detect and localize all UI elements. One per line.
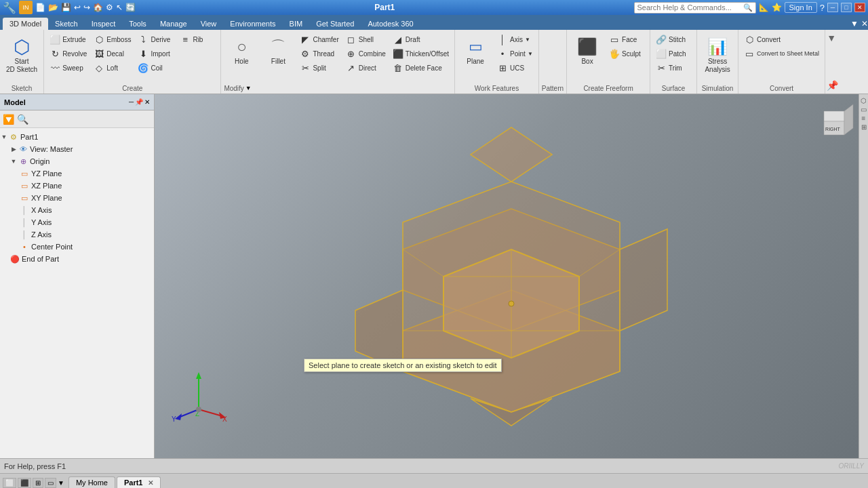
close-ribbon-icon[interactable]: ✕ bbox=[861, 19, 868, 28]
start-2d-sketch-button[interactable]: ⬡ Start2D Sketch bbox=[3, 33, 41, 77]
direct-button[interactable]: ↗ Direct bbox=[343, 61, 389, 75]
snap-icon[interactable]: 📐 bbox=[759, 3, 769, 12]
view-option-1-icon[interactable]: ⬡ bbox=[861, 97, 867, 104]
patch-button[interactable]: ⬜ Patch bbox=[653, 47, 694, 60]
tree-item-xy-plane[interactable]: ▭ XY Plane bbox=[0, 192, 154, 204]
view-btn-2[interactable]: ⬛ bbox=[18, 478, 31, 488]
tab-my-home[interactable]: My Home bbox=[68, 476, 115, 488]
split-button[interactable]: ✂ Split bbox=[297, 61, 341, 75]
home-icon[interactable]: 🏠 bbox=[93, 3, 103, 12]
search-tree-icon[interactable]: 🔍 bbox=[17, 114, 28, 125]
view-btn-1[interactable]: ⬜ bbox=[3, 478, 16, 488]
expand-view-master-icon[interactable]: ▶ bbox=[9, 146, 18, 152]
tab-environments[interactable]: Environments bbox=[223, 18, 282, 30]
tree-item-origin[interactable]: ▼ ⊕ Origin bbox=[0, 155, 154, 167]
tab-bim[interactable]: BIM bbox=[283, 18, 310, 30]
tree-item-center-point[interactable]: • Center Point bbox=[0, 241, 154, 253]
tab-autodesk-360[interactable]: Autodesk 360 bbox=[361, 18, 420, 30]
point-button[interactable]: • Point ▼ bbox=[494, 47, 536, 60]
panel-close-icon[interactable]: ✕ bbox=[144, 98, 150, 106]
face-button[interactable]: ▭ Face bbox=[606, 33, 647, 46]
tree-item-end-of-part[interactable]: 🔴 End of Part bbox=[0, 253, 154, 265]
view-option-2-icon[interactable]: ▭ bbox=[861, 106, 867, 113]
tree-item-view-master[interactable]: ▶ 👁 View: Master bbox=[0, 143, 154, 155]
tab-get-started[interactable]: Get Started bbox=[309, 18, 361, 30]
combine-button[interactable]: ⊕ Combine bbox=[343, 47, 389, 60]
convert-sheet-metal-button[interactable]: ▭ Convert to Sheet Metal bbox=[741, 47, 822, 60]
view-option-4-icon[interactable]: ⊞ bbox=[861, 123, 867, 131]
ucs-button[interactable]: ⊞ UCS bbox=[494, 61, 536, 75]
thread-button[interactable]: ⚙ Thread bbox=[297, 47, 341, 60]
panel-pin-icon[interactable]: 📌 bbox=[135, 98, 143, 106]
modify-dropdown-icon[interactable]: ▼ bbox=[245, 85, 252, 92]
tab-sketch[interactable]: Sketch bbox=[48, 18, 85, 30]
tree-item-y-axis[interactable]: │ Y Axis bbox=[0, 216, 154, 228]
tab-3d-model[interactable]: 3D Model bbox=[3, 18, 48, 30]
box-button[interactable]: ⬛ Box bbox=[570, 33, 605, 68]
ribbon-expand-icon[interactable]: ▼ bbox=[827, 33, 838, 43]
minimize-button[interactable]: ─ bbox=[827, 3, 838, 12]
view-btn-4[interactable]: ▭ bbox=[45, 478, 56, 488]
search-bar[interactable]: 🔍 bbox=[634, 2, 756, 14]
plane-button[interactable]: ▭ Plane bbox=[458, 33, 493, 68]
loft-button[interactable]: ◇ Loft bbox=[91, 61, 134, 75]
tree-item-part1[interactable]: ▼ ⚙ Part1 bbox=[0, 131, 154, 143]
delete-face-button[interactable]: 🗑 Delete Face bbox=[390, 61, 452, 75]
trim-button[interactable]: ✂ Trim bbox=[653, 61, 694, 75]
tab-manage[interactable]: Manage bbox=[153, 18, 194, 30]
nav-cube[interactable]: RIGHT bbox=[814, 101, 854, 142]
tab-tools[interactable]: Tools bbox=[122, 18, 153, 30]
viewport[interactable]: Select plane to create sketch or an exis… bbox=[155, 94, 868, 458]
redo-icon[interactable]: ↪ bbox=[83, 3, 90, 12]
tab-view[interactable]: View bbox=[194, 18, 224, 30]
open-icon[interactable]: 📂 bbox=[48, 3, 58, 12]
search-input[interactable] bbox=[637, 3, 743, 12]
save-icon[interactable]: 💾 bbox=[61, 3, 71, 12]
new-icon[interactable]: 📄 bbox=[35, 3, 45, 12]
star-icon[interactable]: ⭐ bbox=[772, 3, 782, 12]
stitch-button[interactable]: 🔗 Stitch bbox=[653, 33, 694, 46]
panel-minimize-icon[interactable]: ─ bbox=[129, 98, 134, 106]
tree-item-x-axis[interactable]: │ X Axis bbox=[0, 204, 154, 216]
import-button[interactable]: ⬇ Import bbox=[135, 47, 176, 60]
coil-button[interactable]: 🌀 Coil bbox=[135, 61, 176, 75]
settings-icon[interactable]: ⚙ bbox=[106, 3, 113, 12]
refresh-icon[interactable]: 🔄 bbox=[125, 3, 136, 12]
axis-dropdown-icon[interactable]: ▼ bbox=[525, 37, 530, 43]
maximize-button[interactable]: □ bbox=[841, 3, 852, 12]
tab-scroll-down[interactable]: ▼ bbox=[58, 479, 64, 487]
select-icon[interactable]: ↖ bbox=[116, 3, 123, 12]
convert-button[interactable]: ⬡ Convert bbox=[741, 33, 822, 46]
ribbon-pin-icon[interactable]: 📌 bbox=[827, 80, 838, 91]
revolve-button[interactable]: ↻ Revolve bbox=[47, 47, 90, 60]
hole-button[interactable]: ○ Hole bbox=[224, 33, 259, 68]
tab-inspect[interactable]: Inspect bbox=[85, 18, 122, 30]
sculpt-button[interactable]: 🖐 Sculpt bbox=[606, 47, 647, 60]
tab-part1[interactable]: Part1 ✕ bbox=[117, 476, 161, 488]
draft-button[interactable]: ◢ Draft bbox=[390, 33, 452, 46]
tab-part1-close-icon[interactable]: ✕ bbox=[148, 479, 153, 487]
axis-button[interactable]: │ Axis ▼ bbox=[494, 33, 536, 46]
help-icon[interactable]: ? bbox=[820, 3, 825, 13]
point-dropdown-icon[interactable]: ▼ bbox=[528, 51, 533, 57]
stress-analysis-button[interactable]: 📊 StressAnalysis bbox=[700, 33, 735, 77]
tree-item-z-axis[interactable]: │ Z Axis bbox=[0, 228, 154, 241]
shell-button[interactable]: ◻ Shell bbox=[343, 33, 389, 46]
decal-button[interactable]: 🖼 Decal bbox=[91, 47, 134, 60]
close-button[interactable]: ✕ bbox=[854, 3, 865, 12]
tree-item-yz-plane[interactable]: ▭ YZ Plane bbox=[0, 167, 154, 180]
sweep-button[interactable]: 〰 Sweep bbox=[47, 61, 90, 75]
derive-button[interactable]: ⤵ Derive bbox=[135, 33, 176, 46]
filter-icon[interactable]: 🔽 bbox=[3, 114, 14, 125]
view-option-3-icon[interactable]: ≡ bbox=[862, 115, 866, 122]
extrude-button[interactable]: ⬜ Extrude bbox=[47, 33, 90, 46]
fillet-button[interactable]: ⌒ Fillet bbox=[260, 33, 296, 68]
sign-in-button[interactable]: Sign In bbox=[785, 2, 817, 13]
ribbon-expand[interactable]: ▼ 📌 bbox=[825, 30, 840, 94]
expand-origin-icon[interactable]: ▼ bbox=[9, 158, 18, 165]
emboss-button[interactable]: ⬡ Emboss bbox=[91, 33, 134, 46]
view-btn-3[interactable]: ⊞ bbox=[33, 478, 43, 488]
rib-button[interactable]: ≡ Rib bbox=[177, 33, 218, 46]
expand-ribbon-icon[interactable]: ▼ bbox=[850, 19, 859, 28]
chamfer-button[interactable]: ◤ Chamfer bbox=[297, 33, 341, 46]
